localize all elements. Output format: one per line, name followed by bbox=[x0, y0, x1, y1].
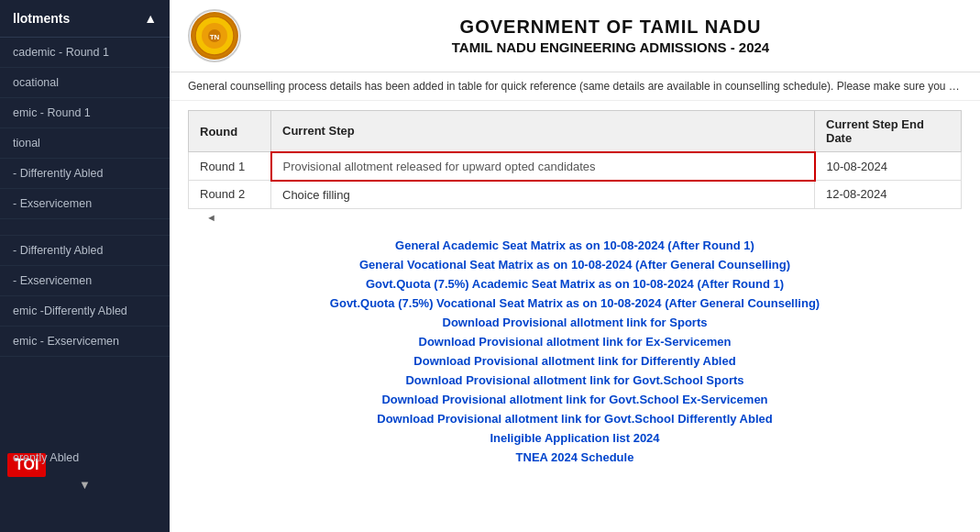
sidebar-header[interactable]: llotments ▲ bbox=[0, 0, 170, 38]
scroll-hint: ◄ bbox=[188, 209, 962, 226]
link-item[interactable]: TNEA 2024 Schedule bbox=[188, 450, 962, 464]
header-title-sub: TAMIL NADU ENGINEERING ADMISSIONS - 2024 bbox=[259, 39, 962, 55]
link-item[interactable]: Govt.Quota (7.5%) Vocational Seat Matrix… bbox=[188, 296, 962, 310]
sidebar-item-vocational[interactable]: ocational bbox=[0, 68, 170, 98]
header-titles: GOVERNMENT OF TAMIL NADU TAMIL NADU ENGI… bbox=[259, 17, 962, 55]
link-item[interactable]: Download Provisional allotment link for … bbox=[188, 393, 962, 406]
header-title-main: GOVERNMENT OF TAMIL NADU bbox=[259, 17, 962, 38]
sidebar-item-differently-abled-2[interactable]: - Differently Abled bbox=[0, 236, 170, 266]
col-header-round: Round bbox=[189, 111, 271, 152]
sidebar-item-exservicemen-1[interactable]: - Exservicemen bbox=[0, 189, 170, 219]
cell-round: Round 2 bbox=[189, 181, 271, 209]
link-item[interactable]: Download Provisional allotment link for … bbox=[188, 316, 962, 329]
link-item[interactable]: Ineligible Application list 2024 bbox=[188, 431, 962, 445]
main-content: TN GOVERNMENT OF TAMIL NADU TAMIL NADU E… bbox=[170, 0, 980, 532]
table-row: Round 2Choice filling12-08-2024 bbox=[189, 181, 962, 209]
svg-text:TN: TN bbox=[210, 33, 220, 41]
sidebar-item-exservicemen-2[interactable]: - Exservicemen bbox=[0, 266, 170, 296]
link-item[interactable]: Download Provisional allotment link for … bbox=[188, 412, 962, 426]
page-header: TN GOVERNMENT OF TAMIL NADU TAMIL NADU E… bbox=[170, 0, 980, 72]
tn-logo: TN bbox=[188, 9, 241, 62]
link-item[interactable]: General Academic Seat Matrix as on 10-08… bbox=[188, 238, 962, 252]
sidebar-item-academic-round1[interactable]: cademic - Round 1 bbox=[0, 38, 170, 68]
cell-date: 10-08-2024 bbox=[815, 152, 962, 181]
info-bar: General counselling process details has … bbox=[170, 72, 980, 101]
sidebar-header-arrow[interactable]: ▲ bbox=[144, 11, 157, 26]
table-row: Round 1Provisional allotment released fo… bbox=[189, 152, 962, 181]
sidebar-header-label: llotments bbox=[13, 11, 70, 26]
col-header-date: Current Step End Date bbox=[815, 111, 962, 152]
link-item[interactable]: Download Provisional allotment link for … bbox=[188, 335, 962, 349]
link-item[interactable]: Download Provisional allotment link for … bbox=[188, 354, 962, 368]
link-item[interactable]: Govt.Quota (7.5%) Academic Seat Matrix a… bbox=[188, 277, 962, 291]
sidebar-item-emic-round1[interactable]: emic - Round 1 bbox=[0, 98, 170, 128]
col-header-step: Current Step bbox=[271, 111, 815, 152]
sidebar-scroll-down[interactable]: ▼ bbox=[0, 472, 170, 497]
sidebar-item-emic-exservicemen[interactable]: emic - Exservicemen bbox=[0, 327, 170, 357]
sidebar-item-erently-abled[interactable]: erently Abled bbox=[0, 443, 170, 472]
table-section: Round Current Step Current Step End Date… bbox=[170, 101, 980, 231]
sidebar-item-tional[interactable]: tional bbox=[0, 128, 170, 159]
sidebar: llotments ▲ cademic - Round 1 ocational … bbox=[0, 0, 170, 532]
cell-round: Round 1 bbox=[189, 152, 271, 181]
cell-step: Choice filling bbox=[271, 181, 815, 209]
links-section: General Academic Seat Matrix as on 10-08… bbox=[170, 231, 980, 533]
sidebar-item-differently-abled-1[interactable]: - Differently Abled bbox=[0, 159, 170, 189]
tn-logo-inner: TN bbox=[191, 12, 238, 60]
rounds-table: Round Current Step Current Step End Date… bbox=[188, 110, 962, 209]
cell-date: 12-08-2024 bbox=[815, 181, 962, 209]
cell-step: Provisional allotment released for upwar… bbox=[271, 152, 815, 181]
sidebar-item-emic-differently-abled[interactable]: emic -Differently Abled bbox=[0, 296, 170, 327]
link-item[interactable]: General Vocational Seat Matrix as on 10-… bbox=[188, 258, 962, 272]
link-item[interactable]: Download Provisional allotment link for … bbox=[188, 373, 962, 387]
